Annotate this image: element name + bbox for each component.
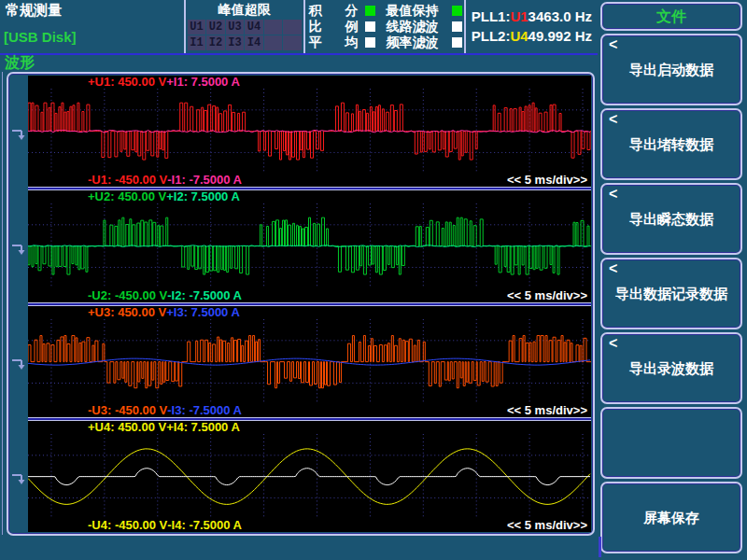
channel-1-waveform-plot (28, 89, 591, 174)
channel-2-current-range-neg: -I2: -7.5000 A (167, 289, 242, 302)
channel-3-timebase: << 5 ms/div>> (507, 404, 587, 417)
averaging-label-1: 平 (309, 35, 323, 51)
export-stall-data-label: 导出堵转数据 (602, 136, 740, 154)
screen-save-label: 屏幕保存 (602, 510, 740, 527)
peak-cell-i3: I3 (226, 35, 245, 50)
pll-section: PLL1: U1 3463.0 Hz PLL2: U4 49.992 Hz (466, 0, 598, 53)
peak-over-limit-title: 峰值超限 (188, 1, 302, 19)
peak-cell-empty (264, 20, 283, 35)
pll1-row: PLL1: U1 3463.0 Hz (472, 7, 594, 26)
channel-3-top-labels: +U3: 450.00 V+I3: 7.5000 A (28, 306, 591, 319)
channel-1-current-range: +I1: 7.5000 A (166, 76, 240, 89)
channel-2-voltage-range-neg: -U2: -450.00 V (88, 289, 167, 302)
waveform-channel-2: +U2: 450.00 V+I2: 7.5000 A -U2: -450.00 … (28, 190, 591, 301)
chevron-left-icon: < (609, 186, 617, 203)
export-datalog-data-label: 导出数据记录数据 (602, 286, 740, 303)
channel-1-top-labels: +U1: 450.00 V+I1: 7.5000 A (28, 76, 591, 89)
channel-4-voltage-range-neg: -U4: -450.00 V (88, 519, 167, 532)
export-transient-data-label: 导出瞬态数据 (602, 211, 740, 229)
peak-cell-u1: U1 (188, 20, 206, 35)
scaling-checkbox[interactable] (365, 21, 375, 32)
measurement-mode-section: 常规测量 [USB Disk] (0, 0, 186, 53)
export-waveform-data-label: 导出录波数据 (602, 360, 740, 378)
mode-filter-section: 积 分 最值保持 比 例 线路滤波 平 均 频率滤波 (305, 0, 466, 53)
status-bar: Update 8042 ( 500ms ) 102399 Sum 2022/08… (0, 538, 598, 560)
peak-cell-empty (283, 20, 302, 35)
cursor-indicator (599, 537, 601, 557)
pll2-source: U4 (510, 28, 528, 44)
integration-row: 积 分 最值保持 (307, 3, 462, 19)
measurement-mode-title: 常规测量 (6, 2, 62, 20)
usb-disk-status: [USB Disk] (4, 29, 77, 45)
channel-2-waveform-plot (28, 203, 591, 288)
averaging-checkbox[interactable] (365, 37, 375, 48)
channel-4-zero-marker-icon (11, 472, 26, 485)
pll2-frequency: 49.992 Hz (529, 28, 592, 44)
peak-over-limit-section: 峰值超限 U1 U2 U3 U4 I1 I2 I3 I4 (186, 0, 305, 53)
export-transient-data-button[interactable]: <导出瞬态数据 (600, 183, 742, 255)
channel-3-zero-marker-icon (11, 357, 26, 371)
pll1-label: PLL1: (472, 8, 511, 24)
pll2-label: PLL2: (472, 28, 511, 44)
peak-cell-empty (264, 35, 283, 50)
screen-save-button[interactable]: 屏幕保存 (600, 482, 742, 553)
channel-2-top-labels: +U2: 450.00 V+I2: 7.5000 A (28, 190, 591, 203)
peak-over-limit-grid: U1 U2 U3 U4 I1 I2 I3 I4 (188, 20, 302, 50)
waveform-section-label: 波形 (5, 53, 35, 73)
peak-cell-i4: I4 (245, 35, 263, 50)
chevron-left-icon: < (609, 36, 617, 53)
line-filter-checkbox[interactable] (452, 21, 462, 32)
top-status-bar: 常规测量 [USB Disk] 峰值超限 U1 U2 U3 U4 I1 I2 I… (0, 0, 598, 55)
channel-3-current-range: +I3: 7.5000 A (166, 306, 240, 319)
channel-2-timebase: << 5 ms/div>> (507, 289, 587, 302)
export-startup-data-button[interactable]: <导出启动数据 (600, 34, 742, 105)
peak-cell-i1: I1 (188, 35, 206, 50)
peak-cell-u2: U2 (206, 20, 225, 35)
chevron-left-icon: < (609, 260, 617, 277)
pll1-source: U1 (510, 8, 528, 24)
channel-3-waveform-plot (28, 319, 591, 404)
freq-filter-checkbox[interactable] (452, 37, 462, 48)
bezel-edge-line (2, 72, 3, 535)
pll1-frequency: 3463.0 Hz (529, 8, 592, 24)
max-hold-checkbox[interactable] (452, 6, 462, 16)
channel-2-bottom-labels: -U2: -450.00 V-I2: -7.5000 A<< 5 ms/div>… (28, 289, 591, 302)
channel-4-bottom-labels: -U4: -450.00 V-I4: -7.5000 A<< 5 ms/div>… (28, 519, 591, 532)
channel-3-bottom-labels: -U3: -450.00 V-I3: -7.5000 A<< 5 ms/div>… (28, 404, 591, 417)
peak-cell-u4: U4 (245, 20, 263, 35)
freq-filter-label: 频率滤波 (386, 35, 439, 51)
line-filter-label: 线路滤波 (386, 19, 439, 35)
waveform-display-frame: +U1: 450.00 V+I1: 7.5000 A -U1: -450.00 … (7, 72, 595, 536)
empty-menu-slot (600, 407, 742, 479)
channel-1-voltage-range: +U1: 450.00 V (88, 76, 166, 89)
pll2-row: PLL2: U4 49.992 Hz (472, 26, 594, 46)
export-waveform-data-button[interactable]: <导出录波数据 (600, 332, 742, 404)
waveform-screen: +U1: 450.00 V+I1: 7.5000 A -U1: -450.00 … (28, 76, 591, 532)
file-menu-header: 文件 (600, 2, 742, 31)
channel-4-current-range: +I4: 7.5000 A (166, 421, 240, 434)
channel-2-voltage-range: +U2: 450.00 V (88, 190, 166, 203)
peak-cell-i2: I2 (206, 35, 225, 50)
integration-checkbox[interactable] (365, 6, 375, 16)
channel-4-timebase: << 5 ms/div>> (507, 519, 587, 532)
max-hold-label: 最值保持 (386, 3, 439, 20)
chevron-left-icon: < (609, 335, 617, 352)
scaling-label-2: 例 (345, 19, 359, 35)
export-stall-data-button[interactable]: <导出堵转数据 (600, 108, 742, 180)
averaging-row: 平 均 频率滤波 (307, 35, 462, 50)
channel-2-zero-marker-icon (11, 243, 26, 256)
waveform-channel-1: +U1: 450.00 V+I1: 7.5000 A -U1: -450.00 … (28, 76, 591, 187)
integration-label-1: 积 (309, 3, 323, 20)
export-datalog-data-button[interactable]: <导出数据记录数据 (600, 258, 742, 329)
waveform-channel-3: +U3: 450.00 V+I3: 7.5000 A -U3: -450.00 … (28, 306, 591, 417)
file-menu-panel: 文件 <导出启动数据 <导出堵转数据 <导出瞬态数据 <导出数据记录数据 <导出… (598, 0, 747, 560)
chevron-left-icon: < (609, 111, 617, 128)
integration-label-2: 分 (345, 3, 359, 20)
averaging-label-2: 均 (345, 35, 359, 51)
channel-4-voltage-range: +U4: 450.00 V (88, 421, 166, 434)
channel-3-voltage-range-neg: -U3: -450.00 V (88, 404, 167, 417)
peak-cell-empty (283, 35, 302, 50)
channel-1-voltage-range-neg: -U1: -450.00 V (88, 174, 167, 187)
channel-1-timebase: << 5 ms/div>> (507, 174, 587, 187)
power-analyzer-screen: 常规测量 [USB Disk] 峰值超限 U1 U2 U3 U4 I1 I2 I… (0, 0, 747, 560)
